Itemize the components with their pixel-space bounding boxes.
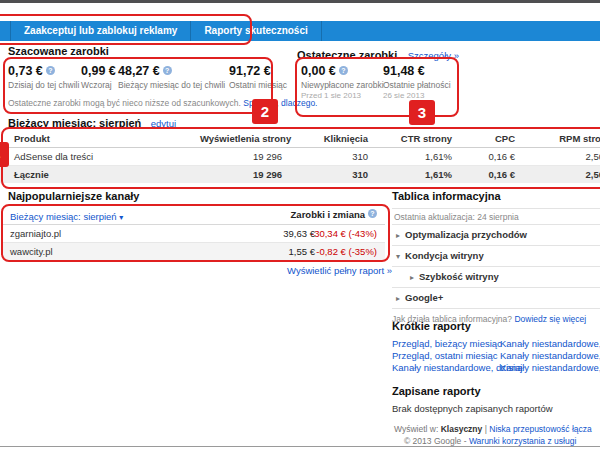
copyright-text: © 2013 Google - [404,436,467,446]
scorecard-panel: Ostatnia aktualizacja: 24 sierpnia ▸Opty… [392,208,600,324]
accordion-label: Szybkość witryny [419,271,499,282]
col-cpc: CPC [452,130,515,148]
col-product: Produkt [0,130,200,148]
estimated-earnings-title: Szacowane zarobki [8,45,109,57]
stat-last-payment-sub: 26 sie 2013 [383,91,451,100]
cell-cpc: 0,16 € [452,166,515,184]
help-icon[interactable]: ? [339,66,348,75]
stat-unpaid-label: Niewypłacone zarobki [301,80,384,90]
stat-unpaid-sub: Przed 1 sie 2013 [301,91,384,100]
cell-product: AdSense dla treści [0,148,200,166]
footer-view-label: Wyświetl w: [394,424,438,434]
quick-reports-title: Krótkie raporty [392,320,471,332]
stat-this-month-label: Bieżący miesiąc do tej chwili [118,80,225,90]
help-icon[interactable]: ? [163,66,172,75]
quick-reports-col2: Kanały niestandardowe, wczoraj Kanały ni… [500,338,600,374]
channel-change: -30,34 € (-43%) [311,225,377,242]
earnings-change-header: Zarobki i zmiana [291,209,365,220]
col-ctr: CTR strony [368,130,452,148]
annotation-badge-3: 3 [409,100,435,125]
terms-link[interactable]: Warunki korzystania z usługi [469,436,576,446]
col-pageviews: Wyświetlenia strony [200,130,282,148]
chevron-down-icon: ▾ [119,213,123,222]
help-icon[interactable]: ? [46,66,55,75]
col-clicks: Kliknięcia [282,130,368,148]
stat-yesterday-value: 0,99 € [81,64,116,78]
channel-row: zgarniajto.pl 39,63 € -30,34 € (-43%) [2,225,385,243]
quick-report-link[interactable]: Kanały niestandardowe, wczoraj [500,338,600,350]
top-channels-table: Bieżący miesiąc: sierpień ▾ Zarobki i zm… [2,206,385,260]
table-total-row: Łącznie 19 296 310 1,61% 0,16 € 2,50 € [0,166,600,184]
channel-change: -0,82 € (-35%) [316,243,377,260]
month-report-header: Bieżący miesiąc: sierpień edytuj [8,113,176,131]
performance-table: Produkt Wyświetlenia strony Kliknięcia C… [0,130,600,183]
accordion-item-site-speed[interactable]: ▸Szybkość witryny [392,266,600,287]
chevron-right-icon: ▸ [396,294,400,303]
cell-clicks: 310 [282,166,368,184]
annotation-badge-2: 2 [252,99,278,124]
annotation-badge-4: 4 [0,142,9,167]
channel-name: zgarniajto.pl [10,228,61,239]
stat-this-month: 48,27 €? Bieżący miesiąc do tej chwili [118,64,225,90]
stat-today: 0,73 €? Dzisiaj do tej chwili [8,64,79,90]
disclaimer-text: Ostateczne zarobki mogą być nieco niższe… [8,98,241,108]
edit-link[interactable]: edytuj [151,118,176,129]
final-earnings-header: Ostateczne zarobki Szczegóły » [297,45,459,63]
month-report-title: Bieżący miesiąc: sierpień [8,117,141,129]
low-bandwidth-link[interactable]: Niska przepustowość łącza [489,424,592,434]
channels-filter-dropdown[interactable]: Bieżący miesiąc: sierpień ▾ [10,211,123,222]
cell-ctr: 1,61% [368,166,452,184]
scorecard-updated: Ostatnia aktualizacja: 24 sierpnia [392,208,600,224]
bottom-divider [0,446,600,447]
chevron-right-icon: ▸ [410,273,414,282]
tab-performance-reports[interactable]: Raporty skuteczności [191,21,321,41]
cell-ctr: 1,61% [368,148,452,166]
stat-yesterday-label: Wczoraj [81,80,116,90]
cell-product: Łącznie [0,166,200,184]
stat-yesterday: 0,99 € Wczoraj [81,64,116,90]
stat-last-month-label: Ostatni miesiąc [229,80,287,90]
scorecard-title: Tablica informacyjna [392,190,501,202]
table-header-row: Produkt Wyświetlenia strony Kliknięcia C… [0,130,600,148]
chevron-down-icon: ▾ [396,252,400,261]
details-link[interactable]: Szczegóły » [408,50,459,61]
full-report-link[interactable]: Wyświetlić pełny raport » [287,265,392,276]
tab-allow-block-ads[interactable]: Zaakceptuj lub zablokuj reklamy [10,21,191,41]
quick-report-link[interactable]: Kanały niestandardowe, bieżący [500,350,600,362]
table-row: AdSense dla treści 19 296 310 1,61% 0,16… [0,148,600,166]
stat-unpaid: 0,00 €? Niewypłacone zarobki Przed 1 sie… [301,64,384,100]
accordion-item-revenue-optimization[interactable]: ▸Optymalizacja przychodów [392,224,600,245]
footer-copyright-line: © 2013 Google - Warunki korzystania z us… [404,436,576,446]
channels-header-row: Bieżący miesiąc: sierpień ▾ Zarobki i zm… [2,206,385,225]
stat-last-month-value: 91,72 € [229,64,287,78]
stat-unpaid-value: 0,00 € [301,64,336,78]
main-nav-bar: Zaakceptuj lub zablokuj reklamy Raporty … [0,21,600,41]
cell-views: 19 296 [200,148,282,166]
channel-name: wawcity.pl [10,246,53,257]
stat-today-label: Dzisiaj do tej chwili [8,80,79,90]
accordion-label: Optymalizacja przychodów [405,229,527,240]
top-channels-title: Najpopularniejsze kanały [8,190,139,202]
cell-views: 19 296 [200,166,282,184]
window-top-strip [0,0,600,3]
footer-separator: | [485,424,487,434]
cell-rpm: 2,50 € [515,166,600,184]
stat-today-value: 0,73 € [8,64,43,78]
stat-last-payment: 91,48 € Ostatnie płatności 26 sie 2013 [383,64,451,100]
footer-view-mode: Klasyczny [441,424,483,434]
stat-last-month: 91,72 € Ostatni miesiąc [229,64,287,90]
accordion-label: Google+ [405,292,443,303]
final-earnings-title: Ostateczne zarobki [297,49,397,61]
channel-earnings: 1,55 € [289,243,315,260]
help-icon[interactable]: ? [368,209,377,218]
accordion-item-google-plus[interactable]: ▸Google+ [392,287,600,308]
footer-view-line: Wyświetl w: Klasyczny | Niska przepustow… [394,424,592,434]
chevron-right-icon: ▸ [396,231,400,240]
learn-more-link[interactable]: Dowiedz się więcej [514,314,586,324]
accordion-item-site-health[interactable]: ▾Kondycja witryny [392,245,600,266]
cell-rpm: 2,50 € [515,148,600,166]
saved-reports-empty: Brak dostępnych zapisanych raportów [392,403,553,414]
stat-last-payment-value: 91,48 € [383,64,451,78]
quick-report-link[interactable]: Kanały niestandardowe, zeszły [500,362,600,374]
stat-last-payment-label: Ostatnie płatności [383,80,451,90]
